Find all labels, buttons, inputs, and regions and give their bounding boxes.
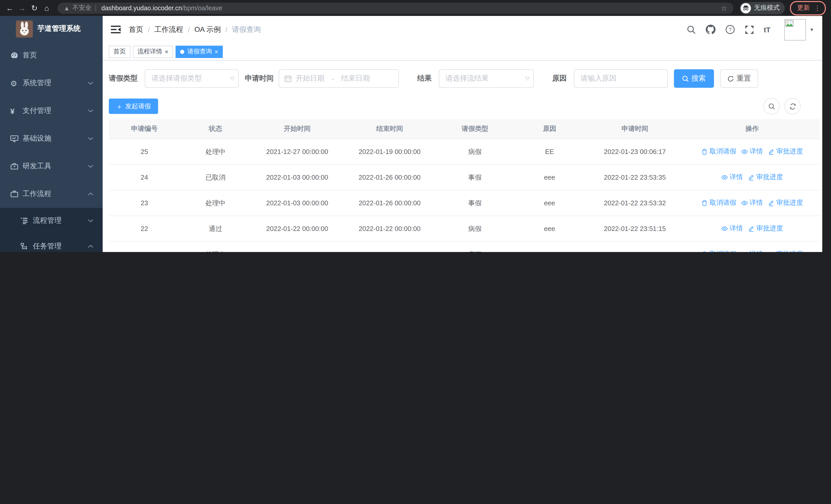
detail-link[interactable]: 详情 (721, 224, 743, 233)
fullscreen-icon[interactable] (745, 25, 754, 34)
action-label: 取消请假 (710, 198, 736, 208)
close-icon[interactable]: × (165, 49, 168, 55)
back-icon[interactable]: ← (5, 4, 15, 12)
sidebar-item-label: 工作流程 (23, 189, 88, 199)
sidebar-item-system[interactable]: ⚙ 系统管理 (0, 69, 103, 97)
close-icon[interactable]: × (214, 49, 218, 55)
cell-status: 通过 (180, 216, 251, 241)
approval-progress-link[interactable]: 审批进度 (768, 250, 803, 252)
breadcrumb-item[interactable]: 首页 (129, 25, 143, 34)
hide-search-button[interactable] (763, 98, 780, 114)
chevron-down-icon (88, 109, 93, 112)
logo-image (16, 20, 33, 37)
reason-input[interactable]: 请输入原因 (574, 69, 668, 88)
update-button[interactable]: 更新 ⋮ (790, 1, 826, 15)
leave-type-select[interactable]: 请选择请假类型 ▽ (145, 69, 239, 88)
sidebar-item-payment[interactable]: ¥ 支付管理 (0, 97, 103, 125)
page-scrollbar[interactable] (822, 16, 831, 252)
calendar-icon (284, 75, 291, 82)
table-row[interactable]: 23处理中2022-01-03 00:00:002022-01-26 00:00… (109, 190, 820, 216)
forward-icon[interactable]: → (18, 4, 27, 12)
pen-icon (768, 251, 775, 252)
refresh-button[interactable] (784, 98, 801, 114)
monitor-icon (10, 135, 23, 143)
table-row[interactable]: 25处理中2021-12-27 00:00:002022-01-19 00:00… (109, 139, 820, 165)
sidebar-item-home[interactable]: 首页 (0, 41, 103, 69)
incognito-badge: 无痕模式 (740, 2, 785, 14)
pen-icon (748, 174, 755, 181)
search-icon[interactable] (687, 25, 696, 34)
cell-reason: EE (514, 139, 585, 165)
url-path: /bpm/oa/leave (182, 4, 222, 11)
cell-apply-time: 2022-01-22 23:51:15 (585, 216, 685, 241)
table-row[interactable]: 24已取消2022-01-03 00:00:002022-01-26 00:00… (109, 165, 820, 190)
approval-progress-link[interactable]: 审批进度 (768, 198, 803, 208)
detail-link[interactable]: 详情 (741, 198, 763, 208)
cell-start-time: 2022-01-22 00:00:00 (251, 216, 343, 241)
refresh-icon (727, 75, 734, 82)
github-icon[interactable] (706, 25, 716, 34)
breadcrumb-item[interactable]: OA 示例 (195, 25, 221, 34)
user-menu[interactable]: ▼ (780, 19, 814, 40)
apply-time-range-picker[interactable]: 开始日期 - 结束日期 (279, 69, 399, 88)
sidebar-item-workflow[interactable]: 工作流程 (0, 180, 103, 208)
sidebar-item-process-mgmt[interactable]: 流程管理 (0, 208, 103, 234)
detail-link[interactable]: 详情 (741, 250, 763, 252)
reset-button[interactable]: 重置 (720, 69, 758, 88)
cell-apply-id: 22 (109, 216, 180, 241)
tag-home[interactable]: 首页 (109, 46, 131, 58)
cell-apply-time: 2022-01-23 00:06:17 (585, 139, 685, 165)
cell-status: 已取消 (180, 165, 251, 190)
cell-start-time: 2022-01-03 00:00:00 (251, 165, 343, 190)
security-label[interactable]: 不安全 (73, 4, 92, 12)
cancel-leave-link[interactable]: 取消请假 (701, 250, 736, 252)
collapse-sidebar-icon[interactable] (111, 25, 121, 34)
breadcrumb-separator: / (148, 25, 150, 34)
bookmark-star-icon[interactable]: ☆ (721, 4, 727, 12)
result-select[interactable]: 请选择流结果 ▽ (439, 69, 534, 88)
font-size-icon[interactable]: tT (764, 25, 770, 34)
cancel-leave-link[interactable]: 取消请假 (701, 198, 736, 208)
home-icon[interactable]: ⌂ (42, 4, 51, 12)
search-button[interactable]: 搜索 (674, 69, 714, 88)
eye-icon (721, 174, 728, 181)
cell-leave-type: 病假 (436, 139, 514, 165)
action-label: 审批进度 (776, 250, 803, 252)
breadcrumb-separator: / (225, 25, 227, 34)
approval-progress-link[interactable]: 审批进度 (748, 224, 783, 233)
detail-link[interactable]: 详情 (741, 147, 763, 156)
sidebar-item-task-mgmt[interactable]: 任务管理 (0, 234, 103, 252)
refresh-icon (789, 103, 796, 110)
chevron-up-icon (88, 192, 93, 196)
cell-end-time: 2022-01-19 00:00:00 (343, 139, 436, 165)
tag-leave-query[interactable]: 请假查询 × (175, 46, 223, 58)
approval-progress-link[interactable]: 审批进度 (748, 173, 783, 182)
cell-apply-id: 24 (109, 165, 180, 190)
create-leave-button[interactable]: ＋ 发起请假 (109, 98, 158, 114)
approval-progress-link[interactable]: 审批进度 (768, 147, 803, 156)
plus-icon: ＋ (116, 103, 123, 110)
table-row[interactable]: 21处理中2022-01-22 00:00:002022-01-23 00:00… (109, 241, 820, 252)
yen-icon: ¥ (10, 107, 23, 115)
breadcrumb-item[interactable]: 工作流程 (154, 25, 183, 34)
table-row[interactable]: 22通过2022-01-22 00:00:002022-01-22 00:00:… (109, 216, 820, 241)
sidebar-item-infra[interactable]: 基础设施 (0, 125, 103, 152)
breadcrumb-item-current: 请假查询 (232, 25, 261, 34)
cell-end-time: 2022-01-26 00:00:00 (343, 190, 436, 216)
address-bar[interactable]: ▲ 不安全 dashboard.yudao.iocoder.cn /bpm/oa… (57, 2, 734, 13)
divider (96, 5, 96, 11)
avatar[interactable] (784, 19, 806, 40)
app-title: 芋道管理系统 (37, 24, 81, 33)
workflow-submenu: 流程管理 任务管理 我的流程 待办任务 (0, 208, 103, 252)
tag-process-detail[interactable]: 流程详情 × (133, 46, 173, 58)
sidebar-item-devtools[interactable]: 研发工具 (0, 152, 103, 180)
detail-link[interactable]: 详情 (721, 173, 743, 182)
browser-menu-icon[interactable]: ⋮ (814, 4, 821, 12)
page-content: 请假类型 请选择请假类型 ▽ 申请时间 开始日期 - 结束日期 结果 请选择流结… (103, 69, 822, 252)
reload-icon[interactable]: ↻ (30, 4, 39, 12)
help-icon[interactable]: ? (725, 25, 735, 34)
cell-status: 处理中 (180, 241, 251, 252)
cancel-leave-link[interactable]: 取消请假 (701, 147, 736, 156)
sidebar-item-label: 系统管理 (23, 79, 88, 88)
dashboard-icon (10, 51, 23, 60)
